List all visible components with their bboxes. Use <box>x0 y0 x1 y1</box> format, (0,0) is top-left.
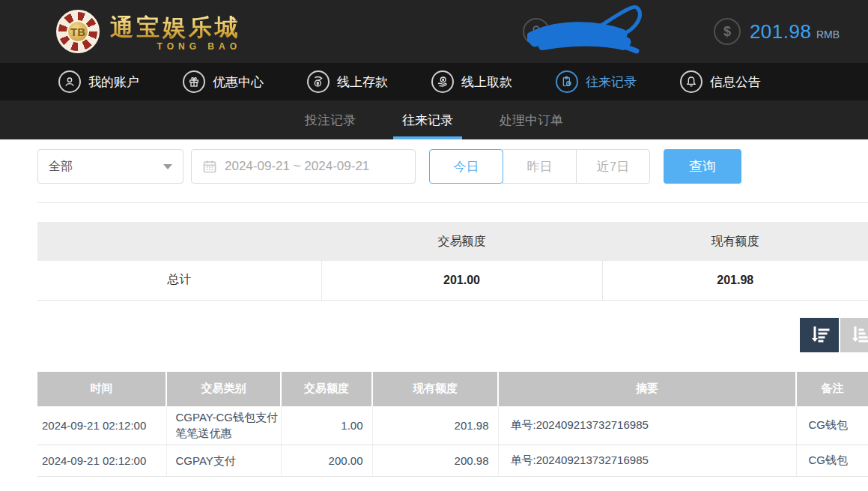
casino-chip-icon: TB <box>56 10 100 53</box>
brand-subtitle: TONG BAO <box>110 41 241 52</box>
nav-label: 信息公告 <box>710 73 761 91</box>
cell-time: 2024-09-21 02:12:00 <box>37 445 166 477</box>
nav-label: 线上取款 <box>461 73 512 91</box>
nav-deposit[interactable]: 线上存款 <box>307 70 388 93</box>
summary-header-row: 交易额度 现有额度 <box>37 222 868 261</box>
nav-label: 优惠中心 <box>213 73 264 91</box>
col-time: 时间 <box>37 372 166 406</box>
search-button[interactable]: 查询 <box>664 149 741 184</box>
chip-monogram: TB <box>67 20 89 43</box>
tab-transaction-records[interactable]: 往来记录 <box>396 100 459 139</box>
balance-display: $ 201.98 RMB <box>714 18 850 45</box>
sort-ascending-icon <box>849 325 868 346</box>
table-row: 2024-09-21 02:12:00 CGPAY-CG钱包支付笔笔送优惠 1.… <box>37 406 868 445</box>
summary-header-empty <box>37 222 321 261</box>
cell-balance: 200.98 <box>372 445 498 477</box>
withdraw-icon <box>431 70 454 93</box>
quick-date-buttons: 今日 昨日 近7日 <box>429 149 650 184</box>
cell-balance: 201.98 <box>372 406 498 445</box>
col-balance: 现有额度 <box>372 372 498 406</box>
col-amount: 交易额度 <box>281 372 372 406</box>
cell-type: CGPAY-CG钱包支付笔笔送优惠 <box>166 406 281 445</box>
balance-amount: 201.98 RMB <box>750 20 840 43</box>
summary-total-transaction: 201.00 <box>321 261 602 300</box>
cell-time: 2024-09-21 02:12:00 <box>37 406 166 445</box>
col-remark: 备注 <box>796 372 868 406</box>
brand-logo[interactable]: TB 通宝娱乐城 TONG BAO <box>56 10 241 53</box>
page: TB 通宝娱乐城 TONG BAO <box>0 0 868 491</box>
sort-descending-button[interactable] <box>800 318 839 352</box>
tab-label: 处理中订单 <box>500 112 563 129</box>
nav-withdraw[interactable]: 线上取款 <box>431 70 512 93</box>
nav-announcements[interactable]: 信息公告 <box>680 70 761 93</box>
nav-promotions[interactable]: 优惠中心 <box>183 70 264 93</box>
sort-descending-icon <box>809 325 830 346</box>
balance-currency: RMB <box>816 28 840 40</box>
type-select[interactable]: 全部 <box>37 149 183 184</box>
summary-total-label: 总计 <box>37 261 321 300</box>
summary-total-balance: 201.98 <box>602 261 868 300</box>
tab-label: 投注记录 <box>305 112 356 129</box>
deposit-icon <box>307 70 330 93</box>
sub-tab-bar: 投注记录 往来记录 处理中订单 <box>0 100 868 139</box>
nav-label: 往来记录 <box>586 73 637 91</box>
date-range-value: 2024-09-21 ~ 2024-09-21 <box>225 159 369 174</box>
main-nav: 我的账户 优惠中心 线上存款 <box>0 63 868 100</box>
user-icon <box>58 70 81 93</box>
tab-label: 往来记录 <box>402 112 453 129</box>
records-table: 时间 交易类别 交易额度 现有额度 摘要 备注 2024-09-21 02:12… <box>37 372 868 478</box>
nav-label: 我的账户 <box>88 73 139 91</box>
records-icon <box>556 70 578 93</box>
cell-amount: 1.00 <box>281 406 372 445</box>
date-range-input[interactable]: 2024-09-21 ~ 2024-09-21 <box>191 149 416 184</box>
tab-betting-records[interactable]: 投注记录 <box>299 100 362 139</box>
top-bar: TB 通宝娱乐城 TONG BAO <box>0 0 868 63</box>
calendar-icon <box>202 159 217 174</box>
records-header-row: 时间 交易类别 交易额度 现有额度 摘要 备注 <box>37 372 868 406</box>
summary-table: 交易额度 现有额度 总计 201.00 201.98 <box>37 222 868 301</box>
brand-text: 通宝娱乐城 TONG BAO <box>110 12 241 52</box>
nav-label: 线上存款 <box>337 73 388 91</box>
chevron-down-icon <box>163 164 172 169</box>
brand-title: 通宝娱乐城 <box>110 12 241 43</box>
cell-amount: 200.00 <box>281 445 372 477</box>
col-summary: 摘要 <box>498 372 796 406</box>
gift-icon <box>183 70 205 93</box>
yesterday-button[interactable]: 昨日 <box>503 149 577 184</box>
cell-summary: 单号:202409213732716985 <box>498 445 796 477</box>
cell-remark: CG钱包 <box>796 445 868 477</box>
content-area: 全部 2024-09-21 ~ 2024-09-21 今日 昨日 近7日 查询 <box>0 149 868 477</box>
bell-icon <box>680 70 702 93</box>
cell-type: CGPAY支付 <box>166 445 281 477</box>
sort-ascending-button[interactable] <box>840 318 868 352</box>
divider <box>37 202 868 203</box>
balance-value: 201.98 <box>750 20 812 43</box>
col-type: 交易类别 <box>166 372 281 406</box>
user-account-button[interactable] <box>523 9 661 54</box>
table-row: 2024-09-21 02:12:00 CGPAY支付 200.00 200.9… <box>37 445 868 477</box>
filter-toolbar: 全部 2024-09-21 ~ 2024-09-21 今日 昨日 近7日 查询 <box>37 149 868 184</box>
top-bar-right: $ 201.98 RMB <box>523 9 850 54</box>
nav-my-account[interactable]: 我的账户 <box>58 70 139 93</box>
summary-header-balance: 现有额度 <box>602 222 868 261</box>
user-avatar-icon <box>523 18 550 45</box>
summary-total-row: 总计 201.00 201.98 <box>37 261 868 300</box>
dollar-coin-icon: $ <box>714 18 741 45</box>
type-select-value: 全部 <box>49 159 73 175</box>
today-button[interactable]: 今日 <box>429 149 503 184</box>
cell-summary: 单号:202409213732716985 <box>498 406 796 445</box>
last-7-days-button[interactable]: 近7日 <box>576 149 650 184</box>
sort-controls <box>37 318 868 352</box>
nav-transaction-records[interactable]: 往来记录 <box>556 70 637 93</box>
summary-header-transaction: 交易额度 <box>321 222 602 261</box>
tab-pending-orders[interactable]: 处理中订单 <box>494 100 569 139</box>
cell-remark: CG钱包 <box>796 406 868 445</box>
